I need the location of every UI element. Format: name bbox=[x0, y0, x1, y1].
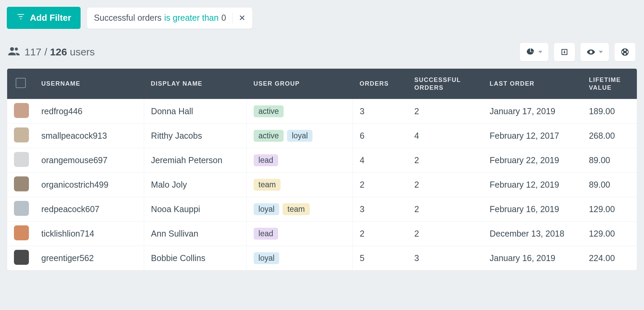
cell-orders: 3 bbox=[353, 99, 408, 124]
chevron-down-icon bbox=[599, 50, 603, 54]
cell-last-order: December 13, 2018 bbox=[483, 222, 582, 246]
cell-last-order: February 12, 2019 bbox=[483, 173, 582, 197]
export-icon bbox=[560, 48, 569, 56]
avatar bbox=[14, 127, 29, 142]
svg-point-0 bbox=[10, 47, 14, 51]
cell-username: organicostrich499 bbox=[35, 173, 144, 197]
chart-button[interactable] bbox=[520, 42, 549, 62]
cell-last-order: February 12, 2017 bbox=[483, 124, 582, 148]
users-table: USERNAME DISPLAY NAME USER GROUP ORDERS … bbox=[7, 68, 637, 271]
col-orders[interactable]: ORDERS bbox=[353, 69, 408, 99]
cell-last-order: January 17, 2019 bbox=[483, 99, 582, 124]
cell-lifetime-value: 129.00 bbox=[582, 197, 637, 222]
cell-lifetime-value: 89.00 bbox=[582, 173, 637, 197]
filter-chip-value: 0 bbox=[221, 13, 226, 23]
table-row[interactable]: organicostrich499Malo Jolyteam22February… bbox=[7, 173, 637, 197]
cell-orders: 4 bbox=[353, 148, 408, 173]
table-row[interactable]: orangemouse697Jeremiah Petersonlead42Feb… bbox=[7, 148, 637, 173]
tag-active: active bbox=[254, 105, 284, 117]
cell-last-order: January 16, 2019 bbox=[483, 246, 582, 271]
tag-lead: lead bbox=[254, 228, 278, 240]
cell-user-group: lead bbox=[247, 222, 353, 246]
col-user-group[interactable]: USER GROUP bbox=[247, 69, 353, 99]
tag-loyal: loyal bbox=[287, 130, 312, 142]
tag-loyal: loyal bbox=[254, 252, 279, 264]
cell-username: redfrog446 bbox=[35, 99, 144, 124]
cell-lifetime-value: 189.00 bbox=[582, 99, 637, 124]
tag-team: team bbox=[254, 179, 281, 191]
select-all-checkbox[interactable] bbox=[16, 78, 26, 88]
cell-username: redpeacock607 bbox=[35, 197, 144, 222]
filter-chip[interactable]: Successful orders is greater than 0 ✕ bbox=[87, 7, 252, 29]
tag-team: team bbox=[283, 203, 309, 215]
tag-loyal: loyal bbox=[254, 203, 279, 215]
col-last-order[interactable]: LAST ORDER bbox=[483, 69, 582, 99]
cell-orders: 2 bbox=[353, 222, 408, 246]
cell-last-order: February 16, 2019 bbox=[483, 197, 582, 222]
table-row[interactable]: greentiger562Bobbie Collinsloyal53Januar… bbox=[7, 246, 637, 271]
select-all-header bbox=[7, 69, 35, 99]
count-total: 126 bbox=[50, 46, 67, 57]
cell-username: greentiger562 bbox=[35, 246, 144, 271]
table-header-row: USERNAME DISPLAY NAME USER GROUP ORDERS … bbox=[7, 69, 637, 99]
chevron-down-icon bbox=[538, 50, 542, 54]
cell-user-group: lead bbox=[247, 148, 353, 173]
avatar bbox=[14, 250, 29, 265]
table-row[interactable]: ticklishlion714Ann Sullivanlead22Decembe… bbox=[7, 222, 637, 246]
col-successful-orders[interactable]: SUCCESSFUL ORDERS bbox=[408, 69, 483, 99]
cell-lifetime-value: 89.00 bbox=[582, 148, 637, 173]
user-count: 117 / 126 users bbox=[8, 46, 95, 58]
cell-lifetime-value: 129.00 bbox=[582, 222, 637, 246]
cell-successful-orders: 2 bbox=[408, 99, 483, 124]
col-display-name[interactable]: DISPLAY NAME bbox=[144, 69, 247, 99]
globe-button[interactable] bbox=[614, 42, 636, 62]
count-sep: / bbox=[44, 46, 47, 57]
table-row[interactable]: redpeacock607Nooa Kauppiloyalteam32Febru… bbox=[7, 197, 637, 222]
cell-successful-orders: 2 bbox=[408, 148, 483, 173]
cell-display-name: Nooa Kauppi bbox=[144, 197, 247, 222]
cell-username: orangemouse697 bbox=[35, 148, 144, 173]
toolbar bbox=[520, 42, 636, 62]
filter-chip-operator: is greater than bbox=[164, 13, 219, 23]
cell-orders: 2 bbox=[353, 173, 408, 197]
cell-successful-orders: 2 bbox=[408, 222, 483, 246]
cell-display-name: Bobbie Collins bbox=[144, 246, 247, 271]
cell-lifetime-value: 224.00 bbox=[582, 246, 637, 271]
cell-display-name: Donna Hall bbox=[144, 99, 247, 124]
avatar bbox=[14, 103, 29, 118]
cell-user-group: active bbox=[247, 99, 353, 124]
cell-successful-orders: 4 bbox=[408, 124, 483, 148]
cell-lifetime-value: 268.00 bbox=[582, 124, 637, 148]
cell-orders: 6 bbox=[353, 124, 408, 148]
export-button[interactable] bbox=[554, 42, 575, 62]
avatar bbox=[14, 176, 29, 191]
pie-chart-icon bbox=[526, 48, 535, 56]
filter-chip-field: Successful orders bbox=[94, 13, 162, 23]
cell-user-group: loyalteam bbox=[247, 197, 353, 222]
meta-row: 117 / 126 users bbox=[7, 42, 637, 62]
table-row[interactable]: smallpeacock913Ritthy Jacobsactiveloyal6… bbox=[7, 124, 637, 148]
divider bbox=[232, 12, 233, 24]
count-shown: 117 bbox=[24, 46, 41, 57]
table-row[interactable]: redfrog446Donna Hallactive32January 17, … bbox=[7, 99, 637, 124]
filter-icon bbox=[16, 12, 25, 23]
users-icon bbox=[8, 46, 20, 58]
avatar bbox=[14, 225, 29, 240]
cell-display-name: Ann Sullivan bbox=[144, 222, 247, 246]
globe-icon bbox=[621, 48, 629, 56]
cell-last-order: February 22, 2019 bbox=[483, 148, 582, 173]
cell-orders: 3 bbox=[353, 197, 408, 222]
tag-active: active bbox=[254, 130, 284, 142]
cell-successful-orders: 3 bbox=[408, 246, 483, 271]
col-lifetime-value[interactable]: LIFETIME VALUE bbox=[582, 69, 637, 99]
cell-username: ticklishlion714 bbox=[35, 222, 144, 246]
cell-successful-orders: 2 bbox=[408, 173, 483, 197]
col-username[interactable]: USERNAME bbox=[35, 69, 144, 99]
avatar bbox=[14, 201, 29, 216]
cell-user-group: loyal bbox=[247, 246, 353, 271]
visibility-button[interactable] bbox=[580, 42, 609, 62]
add-filter-button[interactable]: Add Filter bbox=[7, 7, 81, 29]
cell-username: smallpeacock913 bbox=[35, 124, 144, 148]
close-icon[interactable]: ✕ bbox=[239, 14, 245, 22]
avatar bbox=[14, 152, 29, 167]
